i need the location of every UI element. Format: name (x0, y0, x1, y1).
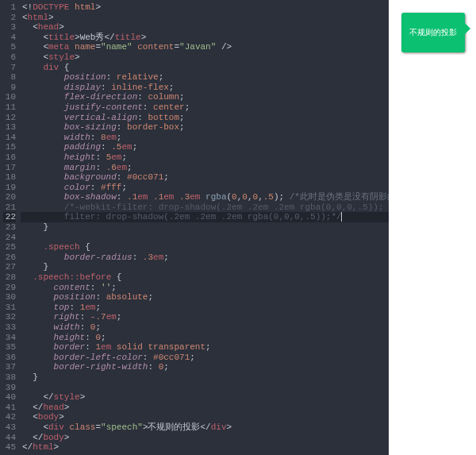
code-editor[interactable]: 1234567891011121314151617181920212223242… (0, 0, 389, 455)
line-number: 39 (3, 383, 16, 393)
line-number: 26 (3, 253, 16, 263)
line-number: 11 (3, 102, 16, 113)
text-cursor (341, 212, 342, 222)
code-line[interactable]: position: relative; (21, 72, 389, 83)
code-line[interactable]: border-right-width: 0; (21, 362, 389, 372)
line-number: 22 (3, 212, 16, 222)
line-number: 2 (3, 13, 16, 23)
code-line[interactable]: background: #0cc071; (21, 172, 389, 183)
code-line[interactable]: border: 1em solid transparent; (21, 342, 389, 353)
code-line[interactable]: margin: .6em; (21, 163, 389, 173)
code-area[interactable]: <!DOCTYPE html><html> <head> <title>Web秀… (21, 0, 389, 455)
code-line[interactable]: <meta name="name" content="Javan" /> (21, 42, 389, 52)
line-number: 44 (3, 433, 16, 443)
code-line[interactable]: </head> (21, 403, 389, 413)
line-number: 24 (3, 233, 16, 243)
line-number-gutter: 1234567891011121314151617181920212223242… (0, 0, 21, 455)
speech-bubble-label: 不规则的投影 (405, 27, 461, 38)
line-number: 3 (3, 22, 16, 33)
code-line[interactable]: box-sizing: border-box; (21, 122, 389, 133)
line-number: 17 (3, 163, 16, 173)
line-number: 5 (3, 42, 16, 52)
line-number: 8 (3, 72, 16, 83)
code-line[interactable]: <html> (21, 13, 389, 23)
line-number: 20 (3, 192, 16, 202)
code-line[interactable]: top: 1em; (21, 303, 389, 313)
code-line[interactable]: width: 8em; (21, 133, 389, 143)
line-number: 14 (3, 133, 16, 143)
code-line[interactable]: <!DOCTYPE html> (21, 2, 389, 13)
code-line[interactable]: display: inline-flex; (21, 83, 389, 93)
line-number: 7 (3, 63, 16, 73)
code-line[interactable] (21, 233, 389, 243)
code-line[interactable]: /*-webkit-filter: drop-shadow(.2em .2em … (21, 202, 389, 213)
line-number: 10 (3, 92, 16, 102)
code-line[interactable] (21, 383, 389, 393)
code-line[interactable]: .speech::before { (21, 272, 389, 283)
line-number: 1 (3, 2, 16, 13)
line-number: 29 (3, 283, 16, 293)
line-number: 28 (3, 272, 16, 283)
line-number: 34 (3, 333, 16, 343)
line-number: 9 (3, 83, 16, 93)
code-line[interactable]: } (21, 372, 389, 383)
code-line[interactable]: filter: drop-shadow(.2em .2em .2em rgba(… (21, 212, 389, 222)
line-number: 40 (3, 392, 16, 403)
speech-bubble: 不规则的投影 (401, 13, 465, 52)
line-number: 18 (3, 172, 16, 183)
code-line[interactable]: <style> (21, 52, 389, 63)
code-line[interactable]: border-left-color: #0cc071; (21, 353, 389, 363)
line-number: 13 (3, 122, 16, 133)
line-number: 6 (3, 52, 16, 63)
code-line[interactable]: <title>Web秀</title> (21, 33, 389, 43)
line-number: 35 (3, 342, 16, 353)
line-number: 45 (3, 442, 16, 453)
code-line[interactable]: vertical-align: bottom; (21, 113, 389, 123)
line-number: 31 (3, 303, 16, 313)
line-number: 38 (3, 372, 16, 383)
line-number: 21 (3, 202, 16, 213)
code-line[interactable]: </body> (21, 433, 389, 443)
line-number: 12 (3, 113, 16, 123)
code-line[interactable]: flex-direction: column; (21, 92, 389, 102)
line-number: 19 (3, 183, 16, 193)
code-line[interactable]: width: 0; (21, 322, 389, 333)
code-line[interactable]: .speech { (21, 242, 389, 253)
preview-pane: 不规则的投影 (389, 0, 476, 455)
code-line[interactable]: div { (21, 63, 389, 73)
line-number: 33 (3, 322, 16, 333)
line-number: 32 (3, 312, 16, 322)
line-number: 25 (3, 242, 16, 253)
code-line[interactable]: height: 5em; (21, 152, 389, 163)
line-number: 23 (3, 222, 16, 233)
line-number: 30 (3, 292, 16, 303)
code-line[interactable]: } (21, 222, 389, 233)
code-line[interactable]: box-shadow: .1em .1em .3em rgba(0,0,0,.5… (21, 192, 389, 202)
line-number: 36 (3, 353, 16, 363)
code-line[interactable]: justify-content: center; (21, 102, 389, 113)
code-line[interactable]: <div class="speech">不规则的投影</div> (21, 422, 389, 433)
code-line[interactable]: </style> (21, 392, 389, 403)
line-number: 16 (3, 152, 16, 163)
line-number: 15 (3, 142, 16, 152)
line-number: 37 (3, 362, 16, 372)
code-line[interactable]: right: -.7em; (21, 312, 389, 322)
code-line[interactable]: <body> (21, 412, 389, 422)
code-line[interactable]: border-radius: .3em; (21, 253, 389, 263)
line-number: 27 (3, 262, 16, 272)
code-line[interactable]: height: 0; (21, 333, 389, 343)
code-line[interactable]: } (21, 262, 389, 272)
code-line[interactable]: padding: .5em; (21, 142, 389, 152)
line-number: 42 (3, 412, 16, 422)
code-line[interactable]: color: #fff; (21, 183, 389, 193)
line-number: 41 (3, 403, 16, 413)
code-line[interactable]: </html> (21, 442, 389, 453)
code-line[interactable]: <head> (21, 22, 389, 33)
line-number: 4 (3, 33, 16, 43)
line-number: 43 (3, 422, 16, 433)
code-line[interactable]: content: ''; (21, 283, 389, 293)
code-line[interactable]: position: absolute; (21, 292, 389, 303)
